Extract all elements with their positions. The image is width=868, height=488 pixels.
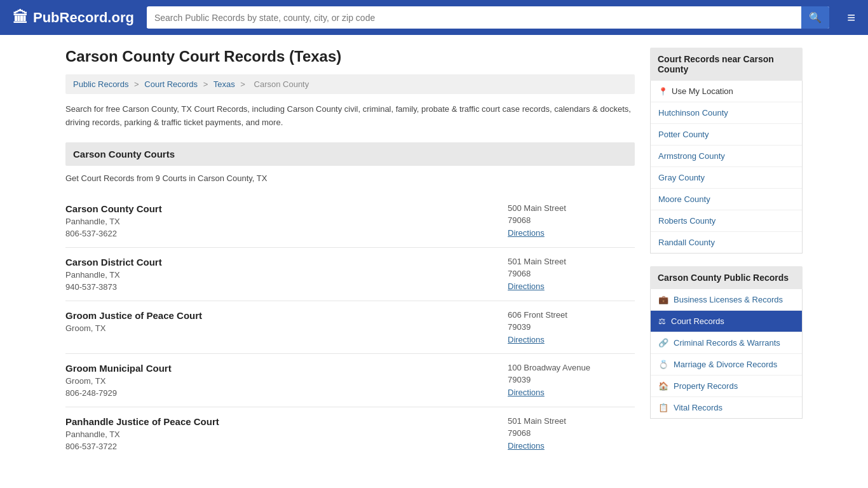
court-left: Carson County Court Panhandle, TX 806-53… (65, 203, 508, 238)
balance-icon: ⚖ (658, 316, 666, 326)
court-city: Panhandle, TX (65, 217, 508, 226)
public-records-item-label: Business Licenses & Records (674, 295, 783, 304)
nearby-county-item[interactable]: Armstrong County (651, 146, 802, 167)
breadcrumb-public-records[interactable]: Public Records (73, 79, 128, 89)
court-entry: Carson County Court Panhandle, TX 806-53… (65, 194, 635, 248)
nearby-county-item[interactable]: Roberts County (651, 210, 802, 232)
courts-list: Carson County Court Panhandle, TX 806-53… (65, 194, 635, 460)
public-records-section: Carson County Public Records 💼 Business … (650, 266, 803, 419)
directions-link[interactable]: Directions (508, 281, 545, 291)
courts-count: Get Court Records from 9 Courts in Carso… (65, 173, 635, 183)
court-left: Panhandle Justice of Peace Court Panhand… (65, 416, 508, 451)
court-phone: 806-537-3622 (65, 229, 508, 238)
court-address: 501 Main Street (508, 257, 635, 266)
page-title: Carson County Court Records (Texas) (65, 48, 635, 65)
menu-icon[interactable]: ≡ (847, 10, 855, 26)
logo[interactable]: 🏛 PubRecord.org (13, 9, 134, 27)
court-right: 606 Front Street 79039 Directions (508, 310, 635, 344)
public-records-item-label: Property Records (674, 381, 738, 391)
court-address: 500 Main Street (508, 203, 635, 213)
nearby-county-item[interactable]: Randall County (651, 232, 802, 253)
public-records-item[interactable]: ⚖ Court Records (651, 311, 802, 332)
breadcrumb-current: Carson County (254, 79, 309, 89)
nearby-county-item[interactable]: Gray County (651, 167, 802, 189)
public-records-item-label: Vital Records (674, 403, 722, 412)
public-records-items: 💼 Business Licenses & Records ⚖ Court Re… (650, 289, 803, 419)
court-city: Panhandle, TX (65, 270, 508, 280)
court-right: 100 Broadway Avenue 79039 Directions (508, 363, 635, 397)
breadcrumb-court-records[interactable]: Court Records (144, 79, 198, 89)
sidebar: Court Records near Carson County Use My … (650, 48, 803, 460)
court-zip: 79039 (508, 375, 635, 384)
marriage-icon: 💍 (658, 360, 668, 369)
briefcase-icon: 💼 (658, 295, 668, 304)
directions-link[interactable]: Directions (508, 441, 545, 451)
nearby-county-item[interactable]: Moore County (651, 189, 802, 210)
court-zip: 79039 (508, 322, 635, 332)
court-address: 501 Main Street (508, 416, 635, 426)
logo-icon: 🏛 (13, 9, 28, 27)
directions-link[interactable]: Directions (508, 335, 545, 344)
directions-link[interactable]: Directions (508, 228, 545, 238)
court-left: Groom Justice of Peace Court Groom, TX (65, 310, 508, 336)
court-entry: Carson District Court Panhandle, TX 940-… (65, 248, 635, 301)
court-right: 501 Main Street 79068 Directions (508, 416, 635, 451)
public-records-item[interactable]: 🔗 Criminal Records & Warrants (651, 332, 802, 354)
court-address: 100 Broadway Avenue (508, 363, 635, 372)
breadcrumb-texas[interactable]: Texas (214, 79, 235, 89)
court-left: Carson District Court Panhandle, TX 940-… (65, 257, 508, 292)
court-entry: Groom Justice of Peace Court Groom, TX 6… (65, 301, 635, 354)
use-location-label: Use My Location (672, 86, 733, 96)
breadcrumb: Public Records > Court Records > Texas >… (65, 74, 635, 94)
public-records-item[interactable]: 💍 Marriage & Divorce Records (651, 354, 802, 376)
search-input[interactable] (147, 8, 801, 28)
nearby-section: Court Records near Carson County Use My … (650, 48, 803, 254)
court-city: Panhandle, TX (65, 430, 508, 439)
public-records-item-label: Marriage & Divorce Records (674, 360, 777, 369)
public-records-item[interactable]: 💼 Business Licenses & Records (651, 289, 802, 311)
court-name: Panhandle Justice of Peace Court (65, 416, 508, 427)
nearby-counties-list: Hutchinson CountyPotter CountyArmstrong … (651, 102, 802, 253)
court-name: Carson County Court (65, 203, 508, 214)
nearby-county-item[interactable]: Hutchinson County (651, 102, 802, 124)
page-description: Search for free Carson County, TX Court … (65, 103, 635, 130)
court-name: Groom Justice of Peace Court (65, 310, 508, 321)
public-records-title: Carson County Public Records (650, 266, 803, 289)
public-records-item-label: Court Records (671, 316, 724, 326)
court-address: 606 Front Street (508, 310, 635, 320)
use-my-location[interactable]: Use My Location (651, 81, 802, 102)
main-container: Carson County Court Records (Texas) Publ… (53, 35, 815, 473)
nearby-items: Use My Location Hutchinson CountyPotter … (650, 81, 803, 254)
public-records-item-label: Criminal Records & Warrants (674, 338, 780, 348)
courts-section-header: Carson County Courts (65, 142, 635, 166)
pin-icon (658, 86, 668, 96)
logo-text: PubRecord.org (33, 10, 134, 26)
court-phone: 940-537-3873 (65, 282, 508, 292)
court-phone: 806-248-7929 (65, 388, 508, 398)
court-phone: 806-537-3722 (65, 442, 508, 451)
court-left: Groom Municipal Court Groom, TX 806-248-… (65, 363, 508, 398)
court-name: Carson District Court (65, 257, 508, 268)
court-right: 501 Main Street 79068 Directions (508, 257, 635, 291)
court-city: Groom, TX (65, 323, 508, 333)
nearby-section-title: Court Records near Carson County (650, 48, 803, 81)
court-zip: 79068 (508, 269, 635, 278)
search-button[interactable]: 🔍 (801, 6, 829, 29)
court-right: 500 Main Street 79068 Directions (508, 203, 635, 238)
court-zip: 79068 (508, 428, 635, 438)
court-zip: 79068 (508, 215, 635, 225)
court-city: Groom, TX (65, 376, 508, 386)
public-records-item[interactable]: 🏠 Property Records (651, 376, 802, 397)
public-records-item[interactable]: 📋 Vital Records (651, 397, 802, 418)
nearby-county-item[interactable]: Potter County (651, 124, 802, 146)
criminal-icon: 🔗 (658, 338, 668, 348)
home-icon: 🏠 (658, 381, 668, 391)
directions-link[interactable]: Directions (508, 388, 545, 397)
court-entry: Groom Municipal Court Groom, TX 806-248-… (65, 354, 635, 407)
court-name: Groom Municipal Court (65, 363, 508, 374)
vital-icon: 📋 (658, 403, 668, 412)
content-area: Carson County Court Records (Texas) Publ… (65, 48, 635, 460)
header: 🏛 PubRecord.org 🔍 ≡ (0, 0, 868, 35)
search-bar: 🔍 (147, 6, 829, 29)
court-entry: Panhandle Justice of Peace Court Panhand… (65, 407, 635, 460)
